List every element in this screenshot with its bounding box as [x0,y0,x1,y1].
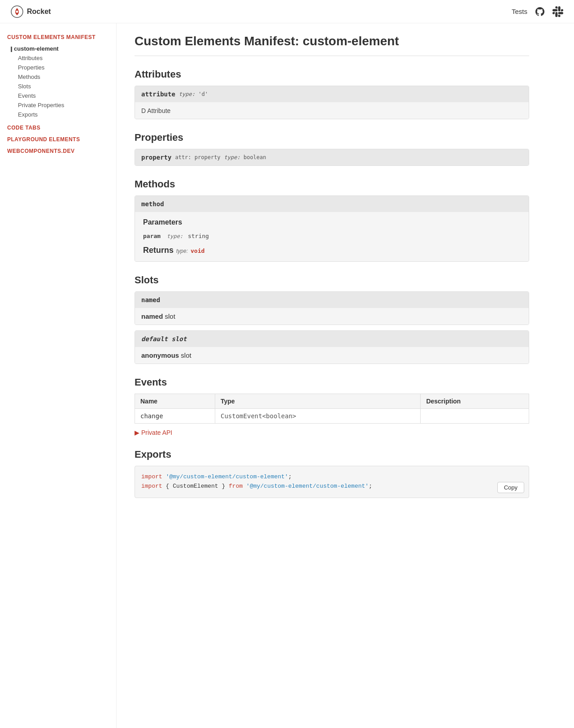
slot-named-body: named slot [135,308,529,325]
property-name: property [141,154,171,161]
event-type: CustomEvent<boolean> [215,409,420,424]
import-keyword-2: import [141,483,162,490]
sidebar: CUSTOM ELEMENTS MANIFEST custom-element … [0,23,117,728]
header-right: Tests [512,6,563,17]
main-content: Custom Elements Manifest: custom-element… [117,23,547,728]
attributes-heading: Attributes [135,69,529,80]
events-col-type: Type [215,394,420,409]
sidebar-item-custom-element[interactable]: custom-element [7,44,109,53]
event-desc [421,409,529,424]
exports-code-block: import '@my/custom-element/custom-elemen… [135,466,529,498]
slot-named-desc-rest: slot [165,312,175,320]
sidebar-item-exports[interactable]: Exports [7,110,109,119]
sidebar-item-attributes[interactable]: Attributes [7,53,109,63]
sidebar-section-playground[interactable]: PLAYGROUND ELEMENTS [7,136,109,143]
params-title: Parameters [143,218,521,226]
slot-default-body: anonymous slot [135,347,529,364]
private-api-toggle[interactable]: ▶ Private API [135,429,529,436]
event-row: change CustomEvent<boolean> [135,409,529,424]
events-col-desc: Description [421,394,529,409]
header-left: Rocket [11,5,51,18]
returns-row: Returns type: void [143,246,521,255]
property-attr: attr: property [175,154,220,160]
returns-label: Returns [143,246,174,255]
sidebar-item-private-props[interactable]: Private Properties [7,100,109,110]
layout: CUSTOM ELEMENTS MANIFEST custom-element … [0,23,574,728]
code-body-2: { CustomElement } from '@my/custom-eleme… [162,483,372,490]
returns-type-val: void [191,247,204,254]
methods-heading: Methods [135,178,529,190]
private-api-label: Private API [141,429,172,436]
slot-default-desc-rest: slot [181,351,191,359]
slot-named-header: named [135,292,529,308]
page-title: Custom Elements Manifest: custom-element [135,34,529,56]
code-line-1: import '@my/custom-element/custom-elemen… [141,472,522,482]
sidebar-item-methods[interactable]: Methods [7,72,109,82]
property-type: type: boolean [224,154,266,160]
slot-default-header: default slot [135,331,529,347]
slot-named-name: named [141,296,160,303]
method-body: Parameters param type: string Returns ty… [135,212,529,261]
sidebar-section-code-tabs[interactable]: CODE TABS [7,125,109,131]
tests-link[interactable]: Tests [512,8,527,15]
code-string-1: '@my/custom-element/custom-element'; [162,473,292,480]
events-heading: Events [135,377,529,388]
attribute-header: attribute type: 'd' [135,86,529,102]
returns-type-label: type: [176,248,188,254]
property-header: property attr: property type: boolean [135,149,529,165]
events-col-name: Name [135,394,215,409]
site-title: Rocket [27,8,51,16]
events-table: Name Type Description change CustomEvent… [135,394,529,424]
method-name: method [135,196,529,212]
param-row: param type: string [143,231,521,241]
header: Rocket Tests [0,0,574,23]
private-api-arrow: ▶ [135,429,139,436]
slots-heading: Slots [135,274,529,286]
copy-button[interactable]: Copy [497,482,524,493]
sidebar-item-events[interactable]: Events [7,91,109,100]
sidebar-section-cem[interactable]: CUSTOM ELEMENTS MANIFEST [7,34,109,40]
slot-default-entry: default slot anonymous slot [135,330,529,364]
sidebar-item-slots[interactable]: Slots [7,82,109,91]
attribute-type-label: type: 'd' [179,91,208,97]
slot-default-name: default slot [141,335,187,342]
attribute-entry: attribute type: 'd' D Attribute [135,86,529,119]
slot-named-entry: named named slot [135,291,529,325]
exports-heading: Exports [135,449,529,460]
slot-named-desc-bold: named [141,312,163,320]
attribute-name: attribute [141,91,175,98]
property-entry: property attr: property type: boolean [135,149,529,166]
sidebar-item-properties[interactable]: Properties [7,63,109,72]
attribute-body: D Attribute [135,102,529,119]
param-type-val: string [188,233,209,239]
properties-heading: Properties [135,132,529,143]
attribute-desc: D Attribute [141,107,170,114]
github-icon[interactable] [535,6,545,17]
svg-point-1 [16,10,18,13]
event-name: change [135,409,215,424]
import-keyword-1: import [141,473,162,480]
slack-icon[interactable] [552,6,563,17]
slot-default-desc-bold: anonymous [141,351,179,359]
param-type: type: [167,233,183,239]
param-name: param [143,233,161,239]
rocket-logo-icon [11,5,23,18]
method-entry: method Parameters param type: string Ret… [135,195,529,262]
sidebar-section-webcomponents[interactable]: WEBCOMPONENTS.DEV [7,148,109,154]
code-line-2: import { CustomElement } from '@my/custo… [141,482,522,491]
